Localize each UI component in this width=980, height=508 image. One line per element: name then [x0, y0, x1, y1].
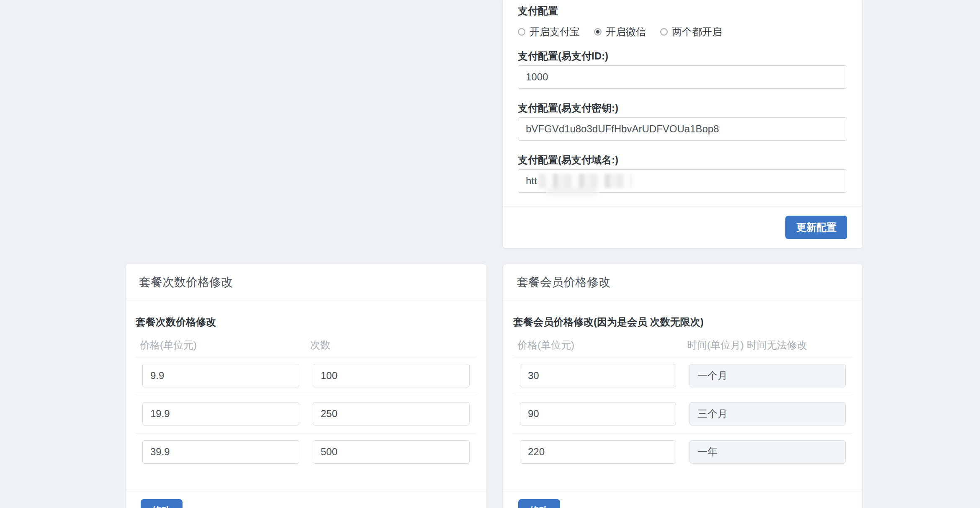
payment-config-content: 支付配置 开启支付宝 开启微信 两个都开启 支付配置(易支付ID:) 支付配置(…: [503, 0, 862, 206]
member-card-body: 套餐会员价格修改(因为是会员 次数无限次) 价格(单位元) 时间(单位月) 时间…: [503, 299, 862, 490]
radio-option-wechat[interactable]: 开启微信: [594, 25, 646, 39]
radio-icon[interactable]: [660, 28, 668, 36]
payment-config-card: 支付配置 开启支付宝 开启微信 两个都开启 支付配置(易支付ID:) 支付配置(…: [502, 0, 863, 248]
times-card-footer: 修改: [126, 490, 486, 508]
price-input[interactable]: [520, 364, 676, 387]
radio-label: 开启微信: [606, 25, 646, 39]
form-group-pay-key: 支付配置(易支付密钥:): [518, 102, 847, 141]
member-card-header: 套餐会员价格修改: [503, 264, 862, 299]
table-row: [136, 433, 476, 471]
radio-option-both[interactable]: 两个都开启: [660, 25, 722, 39]
price-input[interactable]: [520, 402, 676, 425]
times-card-title: 套餐次数价格修改: [139, 275, 473, 289]
duration-input-readonly: [689, 440, 846, 464]
table-row: [513, 433, 852, 471]
times-input[interactable]: [313, 440, 470, 464]
form-group-pay-id: 支付配置(易支付ID:): [518, 50, 847, 89]
price-input[interactable]: [142, 440, 299, 464]
column-header-price: 价格(单位元): [513, 328, 683, 357]
table-row: [513, 395, 852, 433]
duration-input-readonly: [689, 402, 846, 425]
member-card-title: 套餐会员价格修改: [517, 275, 849, 289]
redacted-blur-block: [539, 174, 632, 188]
pay-domain-visible-text: htt: [526, 175, 537, 187]
pay-domain-input[interactable]: htt: [518, 169, 847, 193]
update-config-button[interactable]: 更新配置: [785, 216, 847, 239]
column-header-price: 价格(单位元): [136, 328, 306, 357]
pay-id-input[interactable]: [518, 65, 847, 89]
member-price-table: 价格(单位元) 时间(单位月) 时间无法修改: [513, 328, 852, 471]
table-header-row: 价格(单位元) 时间(单位月) 时间无法修改: [513, 328, 852, 357]
column-header-duration: 时间(单位月) 时间无法修改: [683, 328, 852, 357]
modify-member-price-button[interactable]: 修改: [518, 499, 560, 508]
pay-domain-label: 支付配置(易支付域名:): [518, 154, 847, 166]
radio-label: 开启支付宝: [530, 25, 580, 39]
pay-key-label: 支付配置(易支付密钥:): [518, 102, 847, 114]
membership-price-card: 套餐会员价格修改 套餐会员价格修改(因为是会员 次数无限次) 价格(单位元) 时…: [503, 264, 863, 508]
payment-config-footer: 更新配置: [503, 206, 862, 249]
radio-icon[interactable]: [594, 28, 602, 36]
times-card-body: 套餐次数价格修改 价格(单位元) 次数: [126, 299, 486, 490]
table-row: [136, 357, 476, 395]
pay-id-label: 支付配置(易支付ID:): [518, 50, 847, 62]
price-input[interactable]: [520, 440, 676, 464]
payment-method-radio-group: 开启支付宝 开启微信 两个都开启: [518, 25, 847, 39]
duration-input-readonly: [689, 364, 846, 387]
times-input[interactable]: [313, 364, 470, 387]
times-card-subtitle: 套餐次数价格修改: [136, 316, 476, 328]
price-input[interactable]: [142, 364, 299, 387]
times-price-table: 价格(单位元) 次数: [136, 328, 476, 471]
member-card-subtitle: 套餐会员价格修改(因为是会员 次数无限次): [513, 316, 852, 328]
modify-times-price-button[interactable]: 修改: [141, 499, 183, 508]
column-header-times: 次数: [306, 328, 476, 357]
pay-key-input[interactable]: [518, 117, 847, 141]
radio-option-alipay[interactable]: 开启支付宝: [518, 25, 580, 39]
payment-config-title: 支付配置: [518, 4, 847, 18]
radio-icon[interactable]: [518, 28, 525, 36]
member-card-footer: 修改: [503, 490, 862, 508]
form-group-pay-domain: 支付配置(易支付域名:) htt: [518, 154, 847, 193]
radio-label: 两个都开启: [672, 25, 722, 39]
table-row: [513, 357, 852, 395]
price-input[interactable]: [142, 402, 299, 425]
package-times-price-card: 套餐次数价格修改 套餐次数价格修改 价格(单位元) 次数 修改: [125, 264, 487, 508]
times-input[interactable]: [313, 402, 470, 425]
table-row: [136, 395, 476, 433]
times-card-header: 套餐次数价格修改: [126, 264, 486, 299]
table-header-row: 价格(单位元) 次数: [136, 328, 476, 357]
